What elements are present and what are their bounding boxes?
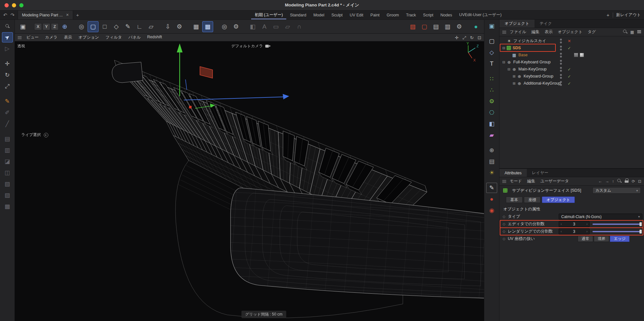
refresh-icon[interactable]: ⟳	[632, 179, 635, 184]
light-icon[interactable]: ☀	[486, 168, 497, 178]
add-tab-button[interactable]: +	[73, 11, 82, 19]
editor-visibility-dot[interactable]	[560, 39, 562, 41]
layout-menu-item[interactable]: UVEdit-User (ユーザー)	[456, 11, 505, 19]
quantize-settings-icon[interactable]: ⚙	[231, 21, 242, 32]
visibility-dots[interactable]	[560, 74, 562, 79]
section-tab-オブジェクト[interactable]: オブジェクト	[542, 197, 575, 203]
guide-icon[interactable]: ◧	[247, 21, 258, 32]
world-grid-icon[interactable]: ⊕	[486, 145, 497, 155]
editor-visibility-dot[interactable]	[560, 67, 562, 69]
auto-tool-icon[interactable]: ⚙	[174, 21, 185, 32]
expander-icon[interactable]: ⊟	[501, 60, 506, 64]
keyframe-diamond-icon[interactable]: ◇	[503, 215, 508, 219]
render-subdivision-input[interactable]: ‹ 3 ›	[559, 228, 590, 234]
render-visibility-dot[interactable]	[560, 84, 562, 86]
rotate-view-icon[interactable]: ↻	[470, 35, 474, 40]
render-visibility-dot[interactable]	[560, 49, 562, 50]
layout-menu-item[interactable]: Standard	[286, 11, 310, 19]
layout-menu-item[interactable]: Track	[402, 11, 420, 19]
layout-menu-item[interactable]: UV Edit	[346, 11, 367, 19]
object-row[interactable]: ▦Base	[499, 51, 644, 59]
editor-visibility-dot[interactable]	[560, 53, 562, 55]
annotate-icon[interactable]: A	[259, 21, 270, 32]
make-editable-icon[interactable]: ▣	[17, 21, 28, 32]
layout-menu-item[interactable]: 初期 (ユーザー)	[251, 11, 286, 19]
volume-mode-icon[interactable]: ⎔	[486, 107, 497, 118]
spline-pen-icon[interactable]: ✎	[122, 21, 133, 32]
object-row[interactable]: ⊟⊕Full-Keyboard Group	[499, 59, 644, 66]
object-row[interactable]: ⊞⊕Additional-KeyGroup✓	[499, 80, 644, 87]
inner-extrude-tool-icon[interactable]: ▥	[2, 145, 13, 155]
render-visibility-dot[interactable]	[560, 70, 562, 72]
quantize-icon[interactable]: ◎	[219, 21, 230, 32]
attribute-menu-item[interactable]: モード	[507, 179, 525, 184]
expander-icon[interactable]: ⊞	[512, 81, 516, 86]
viewport-menu-item[interactable]: Redshift	[144, 35, 165, 40]
expander-icon[interactable]: ⊟	[507, 67, 511, 71]
render-visibility-dot[interactable]	[560, 56, 562, 58]
viewport-menu-item[interactable]: フィルタ	[102, 35, 125, 40]
attribute-menu-icon[interactable]	[502, 179, 507, 184]
panel-menu-icon[interactable]	[637, 29, 641, 35]
camera-film-icon[interactable]: ▤	[486, 156, 497, 167]
workplane-icon[interactable]: ▱	[146, 21, 156, 32]
slider-handle[interactable]	[639, 230, 642, 234]
render-settings-icon[interactable]: ⚙	[454, 21, 465, 32]
edit-pencil-icon[interactable]: ✎	[486, 183, 497, 193]
toggle-view-icon[interactable]: ⊡	[478, 35, 481, 40]
type-dropdown[interactable]: Catmull-Clark (N-Gons) ▾	[559, 214, 642, 220]
grid-snap-off-icon[interactable]: ▦	[191, 21, 202, 32]
decrement-icon[interactable]: ‹	[559, 222, 564, 226]
expander-icon[interactable]: ⊟	[501, 46, 506, 50]
pan-view-icon[interactable]: ✛	[455, 35, 459, 40]
object-manager-menu-item[interactable]: 表示	[542, 29, 555, 35]
primitive-cylinder-icon[interactable]: ◇	[111, 21, 122, 32]
visibility-dots[interactable]	[560, 67, 562, 72]
viewport-menu-item[interactable]: パネル	[125, 35, 144, 40]
loop-cut-tool-icon[interactable]: ◫	[2, 168, 13, 178]
viewport-menu-item[interactable]: カメラ	[42, 35, 61, 40]
viewport-menu-icon[interactable]	[17, 35, 22, 40]
search-icon[interactable]	[623, 29, 627, 35]
panel-tab[interactable]: Attributes	[499, 169, 527, 177]
polygon-mode-icon[interactable]: ▰	[486, 130, 497, 140]
phong-shade-icon[interactable]: ●	[486, 194, 497, 204]
keyframe-diamond-icon[interactable]: ◇	[503, 237, 508, 241]
back-icon[interactable]: ←	[598, 179, 602, 184]
axis-tool-icon[interactable]: ∟	[134, 21, 145, 32]
record-circle-icon[interactable]: ▸	[44, 133, 48, 137]
forward-icon[interactable]: →	[605, 179, 609, 184]
primitive-square-icon[interactable]: ▢	[88, 21, 99, 32]
lock-y-button[interactable]: Y	[43, 23, 50, 30]
layout-menu-item[interactable]: Nodes	[437, 11, 456, 19]
search-icon[interactable]	[617, 179, 621, 184]
uv-option-button[interactable]: 通常	[578, 236, 593, 242]
coordinate-system-icon[interactable]: ⊕	[59, 21, 70, 32]
render-subdivision-slider[interactable]	[592, 229, 642, 234]
expander-icon[interactable]: ⊞	[512, 74, 516, 78]
picture-viewer-icon[interactable]: ▤	[431, 21, 441, 32]
render-visibility-dot[interactable]	[560, 77, 562, 79]
scale-tool-icon[interactable]: ⤢	[2, 81, 13, 91]
up-icon[interactable]: ↑	[612, 179, 614, 184]
visibility-dots[interactable]	[560, 81, 562, 86]
editor-visibility-dot[interactable]	[560, 46, 562, 48]
object-manager-menu-item[interactable]: ファイル	[507, 29, 529, 35]
visibility-dots[interactable]	[560, 45, 562, 51]
zoom-view-icon[interactable]: ⤢	[462, 35, 466, 40]
snap-mode-icon[interactable]: ◧	[486, 119, 497, 129]
rotate-tool-icon[interactable]: ↻	[2, 70, 13, 80]
document-tab[interactable]: Modeling Piano Part ... ✕	[18, 11, 73, 19]
zoom-window-button[interactable]	[19, 3, 24, 7]
minimize-window-button[interactable]	[12, 3, 16, 7]
drop-to-floor-icon[interactable]: ⇩	[162, 21, 173, 32]
redo-icon[interactable]: ↷	[11, 12, 15, 18]
model-mode-icon[interactable]: ▢	[486, 36, 497, 46]
popout-icon[interactable]: ⊡	[638, 179, 641, 184]
keyframe-diamond-icon[interactable]: ◇	[503, 229, 508, 234]
object-manager-menu-item[interactable]: オブジェクト	[555, 29, 585, 35]
extrude-tool-icon[interactable]: ▤	[2, 134, 13, 144]
render-visibility-dot[interactable]	[560, 41, 562, 43]
kinematics-mode-icon[interactable]: ⚙	[486, 96, 497, 106]
stitch-tool-icon[interactable]: ▧	[2, 179, 13, 189]
